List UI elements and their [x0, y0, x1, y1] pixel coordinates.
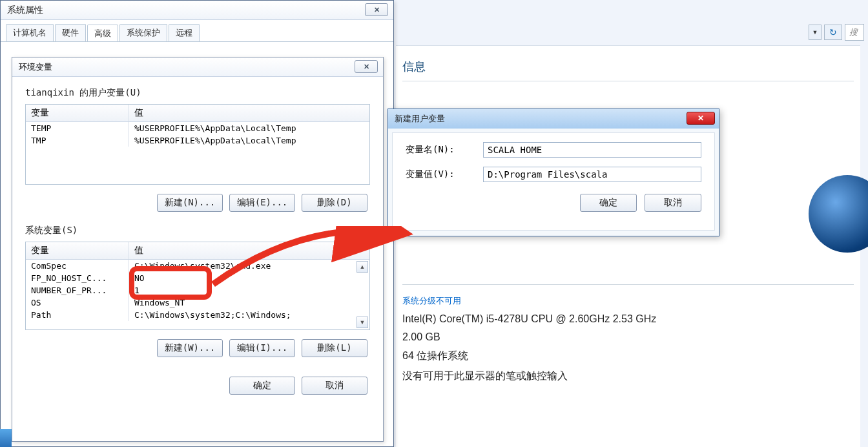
var-value-row: 变量值(V):: [406, 167, 701, 182]
cell-value: 1: [129, 284, 369, 296]
var-value-input[interactable]: [483, 167, 701, 182]
close-button[interactable]: ✕: [355, 60, 378, 73]
sysprops-tabs: 计算机名 硬件 高级 系统保护 远程: [1, 20, 393, 42]
cell-value: NO: [129, 272, 369, 284]
cell-name: OS: [26, 296, 129, 309]
cpu-info: Intel(R) Core(TM) i5-4278U CPU @ 2.60GHz…: [402, 313, 854, 325]
cell-name: TMP: [26, 134, 129, 147]
bg-section-title: 信息: [402, 59, 854, 74]
close-button[interactable]: ✕: [687, 112, 715, 125]
cell-name: NUMBER_OF_PR...: [26, 284, 129, 296]
tab-protection[interactable]: 系统保护: [119, 24, 167, 41]
cell-name: Path: [26, 309, 129, 321]
table-row[interactable]: NUMBER_OF_PR... 1: [26, 284, 369, 296]
cancel-button[interactable]: 取消: [645, 194, 701, 212]
table-row[interactable]: Path C:\Windows\system32;C:\Windows;: [26, 309, 369, 321]
divider: [402, 284, 854, 285]
table-row[interactable]: FP_NO_HOST_C... NO: [26, 272, 369, 284]
tab-hardware[interactable]: 硬件: [55, 24, 86, 41]
cell-name: ComSpec: [26, 260, 129, 272]
bg-toolbar: ▼ ↻ 搜: [809, 23, 864, 41]
scroll-down-button[interactable]: ▼: [356, 317, 368, 328]
table-row[interactable]: OS Windows_NT: [26, 296, 369, 309]
col-var[interactable]: 变量: [26, 242, 129, 259]
ok-button[interactable]: 确定: [580, 194, 637, 212]
tab-advanced[interactable]: 高级: [87, 25, 118, 42]
var-value-label: 变量值(V):: [406, 169, 483, 180]
cell-value: C:\Windows\system32;C:\Windows;: [129, 309, 369, 321]
table-row[interactable]: ComSpec C:\Windows\system32\cmd.exe: [26, 260, 369, 272]
tab-remote[interactable]: 远程: [169, 24, 200, 41]
table-header: 变量 值: [26, 242, 369, 260]
cell-value: %USERPROFILE%\AppData\Local\Temp: [129, 134, 369, 147]
col-val[interactable]: 值: [129, 105, 369, 121]
ok-button[interactable]: 确定: [229, 377, 295, 395]
col-var[interactable]: 变量: [26, 105, 129, 121]
cell-name: TEMP: [26, 122, 129, 134]
cell-name: FP_NO_HOST_C...: [26, 272, 129, 284]
var-name-input[interactable]: [483, 142, 701, 158]
ram-info: 2.00 GB: [402, 331, 854, 343]
rating-link[interactable]: 系统分级不可用: [402, 295, 854, 307]
envvar-body: tianqixin 的用户变量(U) 变量 值 TEMP %USERPROFIL…: [12, 77, 383, 418]
table-row[interactable]: TEMP %USERPROFILE%\AppData\Local\Temp: [26, 122, 369, 134]
user-vars-buttons: 新建(N)... 编辑(E)... 删除(D): [28, 194, 367, 212]
user-vars-table[interactable]: 变量 值 TEMP %USERPROFILE%\AppData\Local\Te…: [25, 104, 370, 185]
newvar-body: 变量名(N): 变量值(V): 确定 取消: [392, 132, 715, 231]
new-sys-var-button[interactable]: 新建(W)...: [157, 339, 223, 357]
user-vars-label: tianqixin 的用户变量(U): [25, 87, 370, 99]
var-name-label: 变量名(N):: [406, 144, 483, 156]
envvar-titlebar[interactable]: 环境变量 ✕: [12, 57, 383, 77]
sys-vars-label: 系统变量(S): [25, 225, 370, 236]
sys-vars-table[interactable]: 变量 值 ComSpec C:\Windows\system32\cmd.exe…: [25, 242, 370, 330]
cell-value: %USERPROFILE%\AppData\Local\Temp: [129, 122, 369, 134]
delete-sys-var-button[interactable]: 删除(L): [302, 339, 367, 357]
delete-user-var-button[interactable]: 删除(D): [302, 194, 367, 212]
bg-content: 信息 系统分级不可用 Intel(R) Core(TM) i5-4278U CP…: [396, 45, 860, 447]
envvar-title: 环境变量: [19, 61, 52, 73]
cell-value: C:\Windows\system32\cmd.exe: [129, 260, 369, 272]
search-box[interactable]: 搜: [845, 24, 864, 41]
newvar-buttons: 确定 取消: [406, 194, 701, 212]
taskbar-sliver: [0, 429, 12, 447]
edit-sys-var-button[interactable]: 编辑(I)...: [229, 339, 295, 357]
table-row[interactable]: TMP %USERPROFILE%\AppData\Local\Temp: [26, 134, 369, 147]
systype-info: 64 位操作系统: [402, 349, 854, 363]
var-name-row: 变量名(N):: [406, 142, 701, 158]
new-user-variable-dialog: 新建用户变量 ✕ 变量名(N): 变量值(V): 确定 取消: [388, 109, 719, 236]
newvar-titlebar[interactable]: 新建用户变量 ✕: [388, 109, 719, 129]
refresh-button[interactable]: ↻: [824, 25, 842, 40]
address-dropdown[interactable]: ▼: [809, 25, 822, 40]
sys-vars-buttons: 新建(W)... 编辑(I)... 删除(L): [28, 339, 367, 357]
edit-user-var-button[interactable]: 编辑(E)...: [229, 194, 295, 212]
pen-info: 没有可用于此显示器的笔或触控输入: [402, 369, 854, 383]
sysprops-title: 系统属性: [7, 5, 43, 16]
divider: [402, 81, 854, 81]
table-header: 变量 值: [26, 105, 369, 122]
scroll-up-button[interactable]: ▲: [356, 261, 368, 273]
sysprops-titlebar[interactable]: 系统属性 ✕: [1, 1, 393, 20]
tab-computer-name[interactable]: 计算机名: [6, 24, 54, 41]
newvar-title: 新建用户变量: [395, 113, 445, 125]
col-val[interactable]: 值: [129, 242, 369, 259]
close-button[interactable]: ✕: [365, 3, 388, 16]
environment-variables-dialog: 环境变量 ✕ tianqixin 的用户变量(U) 变量 值 TEMP %USE…: [12, 57, 384, 442]
cell-value: Windows_NT: [129, 296, 369, 309]
cancel-button[interactable]: 取消: [302, 377, 367, 395]
envvar-dialog-buttons: 确定 取消: [28, 377, 367, 395]
user-vars-body[interactable]: TEMP %USERPROFILE%\AppData\Local\Temp TM…: [26, 122, 369, 184]
sys-vars-body[interactable]: ComSpec C:\Windows\system32\cmd.exe FP_N…: [26, 260, 369, 329]
new-user-var-button[interactable]: 新建(N)...: [157, 194, 223, 212]
